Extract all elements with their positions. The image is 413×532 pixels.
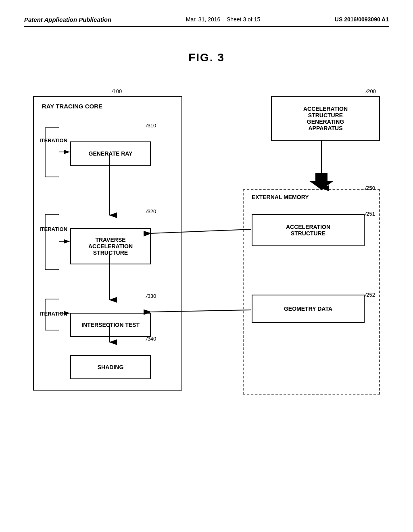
- traverse-acceleration-label: TRAVERSE ACCELERATION STRUCTURE: [88, 237, 133, 256]
- ray-tracing-label: RAY TRACING CORE: [42, 103, 102, 110]
- patent-number: US 2016/0093090 A1: [335, 16, 389, 23]
- shading-box: SHADING: [70, 355, 151, 379]
- ref-310: /310: [146, 123, 156, 129]
- page: Patent Application Publication Mar. 31, …: [0, 0, 413, 532]
- shading-label: SHADING: [98, 364, 124, 370]
- ref-250: /250: [365, 185, 375, 191]
- ref-200: /200: [366, 88, 376, 94]
- iteration-label-2: ITERATION: [40, 226, 67, 232]
- ref-252: /252: [365, 292, 375, 298]
- ref-340: /340: [146, 336, 156, 342]
- figure-title: FIG. 3: [24, 51, 389, 64]
- header-center: Mar. 31, 2016 Sheet 3 of 15: [186, 16, 260, 23]
- generate-ray-box: GENERATE RAY: [70, 141, 151, 166]
- iteration-label-1: ITERATION: [40, 137, 67, 143]
- header: Patent Application Publication Mar. 31, …: [24, 16, 389, 27]
- traverse-acceleration-box: TRAVERSE ACCELERATION STRUCTURE: [70, 228, 151, 264]
- ref-330: /330: [146, 293, 156, 299]
- ref-251: /251: [365, 211, 375, 217]
- ref-100: /100: [112, 88, 122, 94]
- iteration-label-3: ITERATION: [40, 311, 67, 317]
- accel-gen-box: ACCELERATION STRUCTURE GENERATING APPARA…: [271, 96, 380, 141]
- ray-tracing-core-box: RAY TRACING CORE ITERATION ITERATION ITE…: [33, 96, 182, 391]
- external-memory-box: EXTERNAL MEMORY ACCELERATION STRUCTURE G…: [243, 189, 380, 395]
- header-date: Mar. 31, 2016: [186, 16, 221, 23]
- acceleration-structure-label: ACCELERATION STRUCTURE: [286, 224, 330, 237]
- svg-marker-11: [309, 173, 334, 190]
- geometry-data-box: GEOMETRY DATA: [252, 295, 365, 323]
- intersection-test-box: INTERSECTION TEST: [70, 313, 151, 337]
- diagram: /100 /200 RAY TRACING CORE ITERATION ITE…: [33, 84, 380, 415]
- header-sheet: Sheet 3 of 15: [227, 16, 260, 23]
- acceleration-structure-box: ACCELERATION STRUCTURE: [252, 214, 365, 246]
- accel-gen-label: ACCELERATION STRUCTURE GENERATING APPARA…: [303, 106, 348, 131]
- intersection-test-label: INTERSECTION TEST: [81, 322, 140, 328]
- ref-320: /320: [146, 208, 156, 214]
- generate-ray-label: GENERATE RAY: [89, 150, 133, 157]
- external-memory-label: EXTERNAL MEMORY: [252, 194, 309, 200]
- publication-label: Patent Application Publication: [24, 16, 111, 23]
- geometry-data-label: GEOMETRY DATA: [284, 305, 332, 312]
